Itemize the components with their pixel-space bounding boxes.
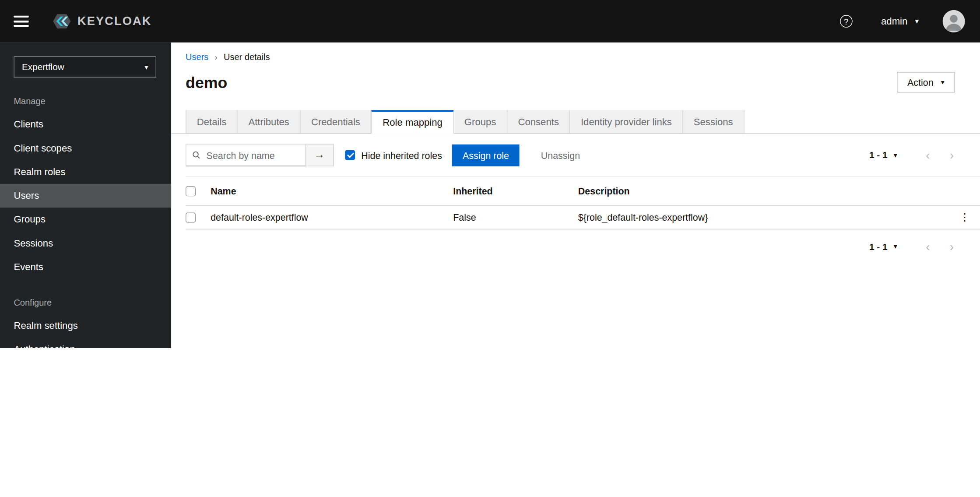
pagination-prev-icon[interactable]: ‹ xyxy=(916,149,940,161)
tab-groups[interactable]: Groups xyxy=(454,110,508,134)
chevron-right-icon: › xyxy=(215,52,218,61)
pagination-top: 1 - 1 ▾ ‹ › xyxy=(869,149,964,161)
tab-credentials[interactable]: Credentials xyxy=(301,110,372,134)
breadcrumb-current: User details xyxy=(224,52,270,62)
page-header: demo Action ▾ xyxy=(171,62,980,92)
keycloak-logo-icon xyxy=(48,12,77,31)
sidebar-item-realm-roles[interactable]: Realm roles xyxy=(0,160,171,184)
breadcrumb: Users › User details xyxy=(171,42,980,62)
breadcrumb-users-link[interactable]: Users xyxy=(186,52,208,62)
pagination-prev-icon[interactable]: ‹ xyxy=(916,241,940,253)
unassign-button[interactable]: Unassign xyxy=(537,149,583,161)
realm-selector[interactable]: Expertflow ▾ xyxy=(14,56,156,78)
pagination-bottom-row: 1 - 1 ▾ ‹ › xyxy=(171,229,980,253)
pagination-range: 1 - 1 xyxy=(869,242,887,252)
tab-bar: Details Attributes Credentials Role mapp… xyxy=(171,110,980,134)
pagination-range: 1 - 1 xyxy=(869,150,887,160)
sidebar-item-clients[interactable]: Clients xyxy=(0,113,171,136)
page-title: demo xyxy=(186,73,227,92)
nav-section-configure: Configure xyxy=(0,298,171,308)
pagination-nav: ‹ › xyxy=(916,241,963,253)
pagination-next-icon[interactable]: › xyxy=(940,149,964,161)
tab-consents[interactable]: Consents xyxy=(507,110,570,134)
select-all-checkbox[interactable] xyxy=(186,186,196,196)
username: admin xyxy=(881,16,907,27)
arrow-right-icon: → xyxy=(314,149,325,162)
help-icon[interactable]: ? xyxy=(840,15,853,28)
column-header-description: Description xyxy=(578,186,954,196)
chevron-down-icon: ▾ xyxy=(145,63,148,71)
search-group: → xyxy=(186,144,334,166)
column-header-inherited: Inherited xyxy=(453,186,578,196)
cell-description: ${role_default-roles-expertflow} xyxy=(578,212,954,222)
pagination-options-caret-icon[interactable]: ▾ xyxy=(894,151,897,159)
tab-role-mapping[interactable]: Role mapping xyxy=(372,110,454,134)
hamburger-menu-icon[interactable] xyxy=(14,16,28,27)
table-row: default-roles-expertflow False ${role_de… xyxy=(186,206,980,229)
role-mapping-toolbar: → Hide inherited roles Assign role Unass… xyxy=(171,134,980,176)
cell-inherited: False xyxy=(453,212,578,222)
pagination-options-caret-icon[interactable]: ▾ xyxy=(894,243,897,251)
action-button-label: Action xyxy=(907,77,934,88)
sidebar-item-authentication[interactable]: Authentication xyxy=(0,338,171,348)
search-icon xyxy=(193,151,200,159)
tab-details[interactable]: Details xyxy=(186,110,238,134)
main-content: Users › User details demo Action ▾ Detai… xyxy=(171,42,980,348)
sidebar-item-events[interactable]: Events xyxy=(0,255,171,279)
pagination-bottom: 1 - 1 ▾ ‹ › xyxy=(869,241,964,253)
tab-identity-provider-links[interactable]: Identity provider links xyxy=(570,110,683,134)
masthead-right: ? admin ▾ xyxy=(840,10,965,32)
tab-sessions[interactable]: Sessions xyxy=(683,110,745,134)
pagination-next-icon[interactable]: › xyxy=(940,241,964,253)
chevron-down-icon: ▾ xyxy=(915,17,919,26)
cell-role-name: default-roles-expertflow xyxy=(211,212,453,222)
hide-inherited-roles-toggle[interactable]: Hide inherited roles xyxy=(345,150,442,160)
nav-section-manage: Manage xyxy=(0,96,171,106)
sidebar-item-client-scopes[interactable]: Client scopes xyxy=(0,136,171,160)
action-dropdown-button[interactable]: Action ▾ xyxy=(897,72,955,92)
chevron-down-icon: ▾ xyxy=(941,78,945,86)
sidebar-item-realm-settings[interactable]: Realm settings xyxy=(0,314,171,338)
user-menu[interactable]: admin ▾ xyxy=(881,16,919,27)
row-checkbox[interactable] xyxy=(186,212,196,222)
search-submit-button[interactable]: → xyxy=(306,144,334,166)
tab-attributes[interactable]: Attributes xyxy=(238,110,300,134)
keycloak-admin-console: KEYCLOAK ? admin ▾ Expertflow ▾ Manage C… xyxy=(0,0,980,348)
search-input[interactable] xyxy=(205,149,299,161)
table-header-row: Name Inherited Description xyxy=(186,177,980,206)
assign-role-button[interactable]: Assign role xyxy=(452,144,520,166)
sidebar: Expertflow ▾ Manage Clients Client scope… xyxy=(0,42,171,348)
realm-selector-value: Expertflow xyxy=(22,62,64,72)
role-mapping-table: Name Inherited Description default-roles… xyxy=(186,176,980,229)
search-input-wrap xyxy=(186,144,306,166)
hide-inherited-label: Hide inherited roles xyxy=(361,150,442,160)
sidebar-item-groups[interactable]: Groups xyxy=(0,208,171,231)
hide-inherited-checkbox[interactable] xyxy=(345,150,355,160)
sidebar-item-users[interactable]: Users xyxy=(0,184,171,208)
brand-wordmark: KEYCLOAK xyxy=(77,14,151,28)
kebab-menu-icon[interactable]: ⋮ xyxy=(959,211,970,224)
masthead: KEYCLOAK ? admin ▾ xyxy=(0,0,980,42)
column-header-name: Name xyxy=(211,186,453,196)
avatar[interactable] xyxy=(942,10,965,32)
sidebar-item-sessions[interactable]: Sessions xyxy=(0,231,171,255)
person-icon xyxy=(942,10,965,32)
pagination-nav: ‹ › xyxy=(916,149,963,161)
keycloak-logo: KEYCLOAK xyxy=(48,12,152,31)
